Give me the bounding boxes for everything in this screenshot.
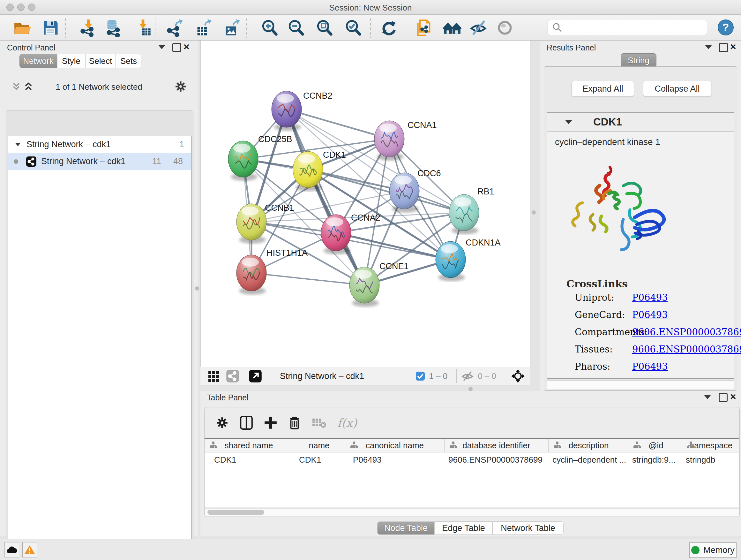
zoom-selected-button[interactable]: [344, 18, 362, 37]
tab-style[interactable]: Style: [57, 54, 85, 68]
hscrollbar-thumb[interactable]: [207, 510, 264, 515]
right-splitter-handle[interactable]: [532, 210, 536, 214]
node-label: HIST1H1A: [266, 248, 308, 258]
zoom-out-button[interactable]: [287, 18, 306, 37]
network-share-icon: [26, 156, 37, 167]
function-builder-button[interactable]: f(x): [337, 416, 357, 429]
column-header[interactable]: description: [549, 439, 629, 452]
open-in-window-button[interactable]: [249, 369, 262, 383]
network-node-CCNB1[interactable]: CCNB1: [237, 203, 294, 244]
import-network-file-button[interactable]: [79, 18, 98, 37]
import-network-database-button[interactable]: [104, 18, 123, 37]
import-table-button[interactable]: [134, 18, 152, 37]
first-neighbors-button[interactable]: [443, 18, 461, 37]
column-header[interactable]: database identifier: [445, 439, 549, 452]
tab-select[interactable]: Select: [85, 54, 116, 68]
results-content: Expand All Collapse All CDK1 cyclin–depe…: [544, 66, 737, 391]
crosslink-link[interactable]: 9606.ENSP00000378699: [632, 344, 741, 355]
network-node-CDK1[interactable]: CDK1: [293, 150, 346, 191]
panel-close-icon[interactable]: ×: [184, 43, 190, 50]
hide-selected-button[interactable]: [469, 18, 488, 37]
zoom-fit-button[interactable]: [315, 18, 334, 37]
results-hscrollbar[interactable]: [547, 380, 734, 389]
network-edge[interactable]: [286, 109, 389, 139]
collapse-all-button[interactable]: [11, 81, 22, 92]
tab-node-table[interactable]: Node Table: [377, 521, 434, 535]
open-file-button[interactable]: [13, 18, 31, 37]
network-node-CCNA2[interactable]: CCNA2: [321, 213, 381, 254]
add-column-button[interactable]: [264, 415, 277, 430]
expand-all-button[interactable]: [23, 81, 34, 92]
warning-status-button[interactable]: [22, 542, 37, 557]
network-node-RB1[interactable]: RB1: [449, 187, 494, 234]
share-view-button[interactable]: [226, 369, 239, 383]
bottom-splitter-handle[interactable]: [468, 387, 473, 391]
crosslink-label: Uniprot:: [575, 292, 614, 303]
column-header[interactable]: shared name: [205, 439, 293, 452]
node-attr-icon: [686, 441, 695, 449]
show-all-button[interactable]: [495, 18, 514, 37]
export-network-button[interactable]: [165, 18, 184, 37]
collection-collapse-icon[interactable]: [15, 143, 21, 146]
zoom-in-button[interactable]: [260, 18, 279, 37]
column-header[interactable]: @id: [629, 439, 683, 452]
network-node-CCNB2[interactable]: CCNB2: [272, 91, 333, 131]
export-image-button[interactable]: [223, 18, 241, 37]
panel-float-icon[interactable]: [172, 43, 181, 52]
network-list-options-button[interactable]: [174, 80, 187, 93]
table-row[interactable]: CDK1 CDK1 P06493 9606.ENSP00000378699 cy…: [205, 452, 739, 467]
panel-close-icon[interactable]: ×: [730, 393, 736, 400]
network-node-HIST1H1A[interactable]: HIST1H1A: [237, 248, 308, 295]
birds-eye-icon[interactable]: [511, 369, 525, 383]
tab-edge-table[interactable]: Edge Table: [434, 521, 492, 535]
tab-sets[interactable]: Sets: [116, 54, 141, 68]
panel-float-icon[interactable]: [719, 43, 728, 52]
panel-float-icon[interactable]: [719, 393, 728, 402]
column-header[interactable]: name: [293, 439, 345, 452]
collapse-all-button[interactable]: Collapse All: [643, 81, 711, 97]
search-input[interactable]: [565, 23, 704, 32]
memory-button[interactable]: Memory: [689, 543, 737, 558]
panel-menu-icon[interactable]: [158, 45, 165, 49]
network-row[interactable]: String Network – cdk1 11 48: [8, 153, 191, 170]
delete-column-button[interactable]: [288, 415, 301, 430]
toggle-columns-button[interactable]: [240, 415, 253, 430]
panel-menu-icon[interactable]: [705, 45, 712, 49]
table-hscrollbar[interactable]: [205, 508, 739, 516]
tab-network-table[interactable]: Network Table: [492, 521, 563, 535]
tab-network[interactable]: Network: [19, 54, 57, 68]
clone-network-button[interactable]: [415, 18, 433, 37]
network-edge[interactable]: [336, 233, 451, 260]
expand-all-button[interactable]: Expand All: [571, 81, 634, 97]
refresh-button[interactable]: [380, 18, 398, 37]
export-table-icon: [195, 19, 212, 37]
grid-view-button[interactable]: [207, 370, 220, 382]
crosslink-link[interactable]: P06493: [632, 309, 668, 320]
section-collapse-icon[interactable]: [565, 120, 572, 124]
network-node-CDC25B[interactable]: CDC25B: [228, 134, 292, 181]
tab-string[interactable]: String: [621, 53, 657, 67]
save-session-button[interactable]: [42, 18, 60, 37]
panel-menu-icon[interactable]: [704, 395, 711, 399]
network-canvas[interactable]: CCNB2CCNA1CDC25BCDK1CDC6RB1CCNB1CCNA2CDK…: [200, 41, 530, 367]
table-settings-button[interactable]: [215, 416, 229, 429]
network-collection-row[interactable]: String Network – cdk1 1: [8, 136, 191, 153]
network-node-CDKN1A[interactable]: CDKN1A: [435, 238, 501, 281]
crosslink-link[interactable]: P06493: [632, 292, 668, 303]
search-field[interactable]: [548, 20, 707, 35]
network-node-CCNE1[interactable]: CCNE1: [349, 261, 409, 307]
gene-section-header[interactable]: CDK1: [547, 113, 734, 132]
column-header[interactable]: namespace: [683, 439, 739, 452]
delete-table-button[interactable]: [312, 417, 327, 429]
selected-checkbox[interactable]: [415, 371, 425, 381]
left-splitter-handle[interactable]: [195, 287, 199, 291]
panel-close-icon[interactable]: ×: [730, 43, 736, 50]
cloud-status-button[interactable]: [4, 542, 19, 557]
help-button[interactable]: ?: [718, 19, 734, 36]
column-header[interactable]: canonical name: [345, 439, 445, 452]
network-label: String Network – cdk1: [41, 157, 125, 166]
crosslink-link[interactable]: 9606.ENSP00000378699: [632, 327, 741, 337]
crosslink-link[interactable]: P06493: [632, 361, 668, 372]
export-table-button[interactable]: [194, 18, 213, 37]
hidden-eye-icon[interactable]: [461, 371, 474, 381]
